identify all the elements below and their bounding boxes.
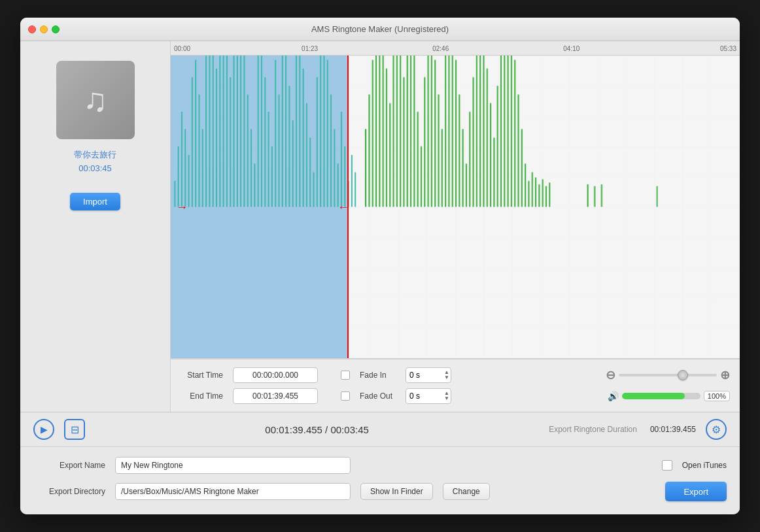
svg-rect-86 bbox=[476, 56, 477, 207]
zoom-in-icon[interactable]: ⊕ bbox=[720, 368, 730, 382]
end-time-input[interactable] bbox=[233, 388, 318, 404]
main-content: ♫ 带你去旅行 00:03:45 Import 00:00 01:23 02:4… bbox=[20, 41, 740, 412]
svg-rect-60 bbox=[386, 69, 387, 207]
svg-rect-42 bbox=[317, 77, 318, 207]
svg-rect-90 bbox=[490, 103, 491, 207]
svg-rect-108 bbox=[587, 184, 589, 207]
export-dir-row: Export Directory Show In Finder Change E… bbox=[33, 482, 727, 501]
song-title: 带你去旅行 bbox=[74, 149, 116, 161]
fade-out-select[interactable]: 0 s 1 s 2 s 3 s bbox=[406, 388, 451, 404]
svg-rect-24 bbox=[254, 163, 255, 207]
ruler-mark-4: 05:33 bbox=[720, 45, 736, 52]
svg-rect-16 bbox=[226, 56, 228, 207]
volume-icon: 🔊 bbox=[608, 391, 619, 401]
fade-out-label: Fade Out bbox=[360, 391, 396, 401]
svg-rect-3 bbox=[181, 112, 182, 207]
svg-rect-69 bbox=[417, 112, 419, 207]
waveform-area[interactable]: 00:00 01:23 02:46 04:10 05:33 → ← bbox=[171, 41, 740, 359]
main-window: AMS Ringtone Maker (Unregistered) ♫ 带你去旅… bbox=[20, 18, 740, 514]
svg-rect-78 bbox=[448, 56, 449, 207]
svg-rect-88 bbox=[483, 56, 484, 207]
selection-end-arrow[interactable]: ← bbox=[337, 200, 349, 214]
svg-rect-77 bbox=[445, 56, 446, 207]
minimize-button[interactable] bbox=[40, 25, 48, 33]
svg-rect-7 bbox=[195, 60, 196, 207]
zoom-area: ⊖ ⊕ bbox=[606, 368, 730, 382]
close-button[interactable] bbox=[28, 25, 36, 33]
volume-fill bbox=[622, 393, 685, 399]
svg-rect-56 bbox=[372, 60, 373, 207]
svg-rect-26 bbox=[261, 56, 262, 207]
svg-rect-92 bbox=[497, 86, 498, 207]
loop-icon: ⊟ bbox=[71, 424, 79, 436]
svg-rect-19 bbox=[237, 56, 238, 207]
svg-rect-13 bbox=[216, 69, 217, 207]
svg-rect-41 bbox=[313, 173, 315, 207]
svg-rect-89 bbox=[487, 69, 488, 207]
start-time-row: Start Time Fade In 0 s 1 s 2 s 3 s ▲ bbox=[181, 367, 730, 383]
start-time-label: Start Time bbox=[181, 371, 223, 380]
svg-rect-70 bbox=[421, 146, 422, 207]
total-time: 00:03:45 bbox=[330, 424, 368, 435]
itunes-checkbox[interactable] bbox=[662, 460, 672, 471]
svg-rect-100 bbox=[525, 163, 526, 207]
fade-in-select[interactable]: 0 s 1 s 2 s 3 s bbox=[406, 367, 451, 383]
export-button[interactable]: Export bbox=[665, 482, 727, 501]
svg-rect-28 bbox=[268, 112, 269, 207]
export-name-label: Export Name bbox=[33, 461, 105, 470]
zoom-thumb[interactable] bbox=[678, 370, 688, 380]
svg-rect-109 bbox=[594, 186, 595, 207]
svg-rect-29 bbox=[271, 146, 273, 207]
svg-rect-54 bbox=[365, 129, 366, 207]
svg-rect-63 bbox=[396, 56, 398, 207]
svg-rect-64 bbox=[400, 56, 401, 207]
fade-out-checkbox[interactable] bbox=[341, 391, 350, 401]
timeline-ruler: 00:00 01:23 02:46 04:10 05:33 bbox=[171, 41, 740, 56]
svg-rect-33 bbox=[285, 56, 286, 207]
svg-rect-93 bbox=[500, 56, 502, 207]
svg-rect-61 bbox=[389, 103, 390, 207]
end-time-label: End Time bbox=[181, 391, 223, 401]
svg-rect-2 bbox=[178, 146, 179, 207]
selection-start-arrow[interactable]: → bbox=[176, 200, 188, 214]
show-finder-button[interactable]: Show In Finder bbox=[360, 483, 433, 500]
import-button[interactable]: Import bbox=[70, 193, 120, 210]
export-dir-input[interactable] bbox=[115, 483, 351, 500]
right-panel: 00:00 01:23 02:46 04:10 05:33 → ← bbox=[171, 41, 740, 412]
svg-rect-95 bbox=[508, 56, 509, 207]
svg-rect-81 bbox=[458, 95, 460, 207]
svg-rect-59 bbox=[383, 56, 384, 207]
zoom-out-icon[interactable]: ⊖ bbox=[606, 368, 615, 382]
export-name-row: Export Name Open iTunes bbox=[33, 457, 727, 474]
start-time-input[interactable] bbox=[233, 367, 318, 383]
bottom-bar: ▶ ⊟ 00:01:39.455 / 00:03:45 Export Ringt… bbox=[20, 412, 740, 446]
svg-rect-52 bbox=[351, 155, 353, 207]
waveform-canvas[interactable]: → ← bbox=[171, 56, 740, 358]
music-note-icon: ♫ bbox=[83, 81, 108, 119]
time-display: 00:01:39.455 / 00:03:45 bbox=[95, 424, 539, 435]
svg-rect-73 bbox=[431, 56, 432, 207]
titlebar: AMS Ringtone Maker (Unregistered) bbox=[20, 18, 740, 41]
svg-rect-53 bbox=[354, 173, 356, 207]
svg-rect-82 bbox=[462, 129, 464, 207]
export-dir-label: Export Directory bbox=[33, 487, 105, 496]
zoom-slider[interactable] bbox=[619, 374, 717, 376]
svg-rect-37 bbox=[299, 56, 300, 207]
maximize-button[interactable] bbox=[52, 25, 60, 33]
svg-rect-35 bbox=[292, 120, 294, 207]
svg-rect-80 bbox=[455, 60, 457, 207]
svg-rect-67 bbox=[410, 56, 411, 207]
fade-in-checkbox[interactable] bbox=[341, 371, 350, 380]
svg-rect-34 bbox=[288, 86, 290, 207]
svg-rect-18 bbox=[233, 56, 234, 207]
svg-rect-45 bbox=[327, 60, 328, 207]
play-button[interactable]: ▶ bbox=[33, 419, 54, 440]
change-button[interactable]: Change bbox=[443, 483, 490, 500]
loop-button[interactable]: ⊟ bbox=[64, 419, 85, 440]
export-name-input[interactable] bbox=[115, 457, 351, 474]
itunes-label: Open iTunes bbox=[682, 461, 727, 470]
settings-button[interactable]: ⚙ bbox=[706, 419, 727, 440]
svg-rect-14 bbox=[219, 56, 220, 207]
song-duration: 00:03:45 bbox=[78, 163, 112, 173]
volume-bar[interactable] bbox=[622, 393, 700, 399]
